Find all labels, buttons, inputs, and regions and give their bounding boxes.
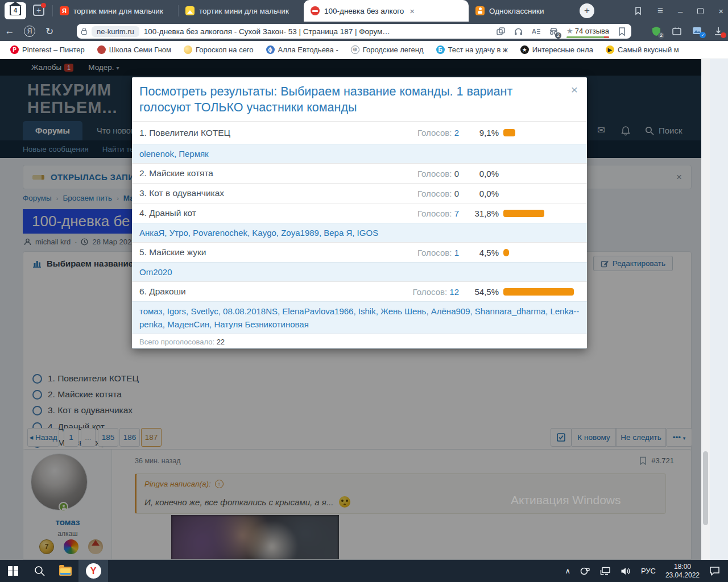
ok-favicon	[475, 6, 485, 15]
system-tray: ∧ РУС 18:0023.04.2022	[565, 560, 728, 582]
new-tab-notification-icon[interactable]: +	[33, 5, 44, 16]
address-page-title: 100-дневка без алкоголя - Сухой Закон- 5…	[144, 27, 390, 36]
modal-close-icon[interactable]: ×	[571, 84, 578, 95]
sync-check-badge: ✓	[700, 32, 706, 38]
voters-row[interactable]: Om2020	[132, 262, 587, 281]
image-favicon	[185, 6, 195, 15]
result-row: 6. Дракоши Голосов: 12 54,5%	[132, 281, 587, 301]
poll-results-modal: Посмотреть результаты: Выбираем название…	[132, 77, 587, 349]
bookmark-vkusny[interactable]: ▶Самый вкусный м	[601, 45, 684, 54]
taskbar-search-button[interactable]	[26, 560, 52, 582]
result-bar	[503, 210, 544, 217]
blue-badge-icon: ϕ	[266, 45, 275, 54]
headphones-icon[interactable]	[514, 27, 523, 36]
svg-text:A: A	[532, 28, 536, 35]
star-icon: ★	[566, 27, 573, 35]
no-entry-favicon	[311, 6, 320, 15]
minimize-icon[interactable]: –	[678, 6, 682, 16]
omnibox[interactable]: ne-kurim.ru 100-дневка без алкоголя - Су…	[77, 24, 631, 39]
yandex-browser-icon: Y	[86, 563, 101, 579]
download-alert-badge	[721, 32, 726, 38]
test-icon: Б	[436, 45, 445, 54]
taskbar-clock[interactable]: 18:0023.04.2022	[665, 563, 700, 580]
page-scrollbar[interactable]	[701, 59, 710, 560]
volume-icon[interactable]	[621, 567, 631, 576]
votes-count-link[interactable]: 1	[454, 248, 459, 257]
restore-icon[interactable]	[697, 8, 704, 14]
result-bar	[503, 249, 509, 256]
extension-icon[interactable]	[672, 26, 682, 36]
star-badge-icon: ★	[520, 45, 529, 54]
tray-expand-icon[interactable]: ∧	[565, 567, 570, 575]
result-row: 5. Майские жуки Голосов: 1 4,5%	[132, 242, 587, 262]
votes-count-link[interactable]: 7	[454, 209, 459, 218]
downloads-icon[interactable]	[713, 26, 723, 36]
reviews-rating-bar	[566, 36, 609, 38]
bookmark-legendy[interactable]: ⊕Городские легенд	[346, 45, 428, 54]
protect-vpn-icon[interactable]: 2	[651, 26, 661, 36]
network-icon[interactable]	[600, 567, 611, 576]
panel-bookmarks-icon[interactable]	[634, 6, 643, 15]
tabs-panel-button[interactable]: 4	[5, 2, 26, 19]
translate-icon[interactable]: A	[531, 27, 541, 36]
play-icon: ▶	[606, 45, 614, 54]
result-row: 1. Повелители КОТЕЦ Голосов: 2 9,1%	[132, 121, 587, 144]
moon-icon	[184, 45, 192, 54]
tab-close-icon[interactable]: ×	[408, 6, 416, 16]
action-center-icon[interactable]	[709, 566, 720, 576]
tab-tortik-1[interactable]: Я тортик мини для мальчик	[53, 0, 178, 22]
new-tab-button[interactable]: +	[580, 3, 594, 18]
screen: 4 + Я тортик мини для мальчик тортик мин…	[0, 0, 728, 582]
voters-row[interactable]: olenenok, Пермяк	[132, 144, 587, 163]
extensions-area: 2 ✓	[651, 22, 723, 41]
result-row: 3. Кот в одуванчиках Голосов: 0 0,0%	[132, 183, 587, 203]
result-bar	[503, 288, 574, 296]
share-icon[interactable]	[496, 27, 506, 36]
windows-logo-icon	[8, 566, 18, 576]
browser-tab-bar: 4 + Я тортик мини для мальчик тортик мин…	[0, 0, 728, 22]
touch-keyboard-icon[interactable]	[580, 567, 590, 576]
tab-active-ne-kurim[interactable]: 100-дневка без алкого ×	[304, 0, 469, 22]
site-reviews[interactable]: ★ 74 отзыва	[566, 27, 609, 36]
bookmark-page-icon[interactable]	[617, 27, 627, 36]
result-row: 4. Драный кот Голосов: 7 31,8%	[132, 203, 587, 223]
browser-menu-icon[interactable]: ≡	[657, 5, 663, 16]
votes-count-link[interactable]: 2	[454, 128, 459, 138]
reload-icon[interactable]: ↻	[40, 26, 59, 38]
page-viewport: Жалобы1 Модер.▾ НЕКУРИМНЕПЬЕМ... Форумы …	[0, 59, 728, 560]
bookmarks-bar: PPinterest – Пинтер Школа Семи Гном Горо…	[0, 41, 728, 59]
gnome-school-icon	[97, 45, 106, 54]
yandex-favicon: Я	[60, 6, 69, 15]
back-icon[interactable]: ←	[0, 26, 19, 37]
bookmark-goroskop[interactable]: Гороскоп на сего	[179, 45, 258, 54]
bookmark-interesnye[interactable]: ★Интересные онла	[516, 45, 598, 54]
search-icon	[34, 566, 45, 576]
file-explorer-button[interactable]	[52, 560, 78, 582]
yandex-browser-taskbar-button[interactable]: Y	[78, 560, 108, 582]
voters-row[interactable]: АнкаЯ, Утро, Povarenochek, Kaygo, Zoya19…	[132, 223, 587, 242]
start-button[interactable]	[0, 560, 26, 582]
incognito-icon[interactable]: 2	[549, 27, 559, 36]
image-sync-icon[interactable]: ✓	[692, 27, 703, 36]
language-indicator[interactable]: РУС	[641, 567, 656, 575]
votes-count-link[interactable]: 12	[449, 287, 459, 297]
bookmark-shkola[interactable]: Школа Семи Гном	[93, 45, 176, 54]
pinterest-icon: P	[10, 45, 19, 54]
omnibox-actions: A 2 ★ 74 отзыва	[496, 27, 627, 36]
scrollbar-thumb[interactable]	[703, 451, 708, 525]
window-close-icon[interactable]: ×	[718, 6, 723, 16]
bookmark-pinterest[interactable]: PPinterest – Пинтер	[6, 45, 89, 54]
yandex-search-icon[interactable]: Я	[24, 26, 35, 37]
protect-badge: 2	[658, 32, 664, 39]
bookmark-test[interactable]: БТест на удачу в ж	[432, 45, 512, 54]
voters-row[interactable]: томаз, Igors, Svetlyc, 08.08.2018NS, Ele…	[132, 301, 587, 334]
domain-pill[interactable]: ne-kurim.ru	[92, 26, 139, 37]
result-row: 2. Майские котята Голосов: 0 0,0%	[132, 163, 587, 183]
bookmark-evtodieva[interactable]: ϕАлла Евтодьева -	[262, 45, 343, 54]
windows-activation-watermark: Активация Windows	[511, 493, 621, 507]
tab-odnoklassniki[interactable]: Одноклассники	[469, 0, 574, 22]
modal-total: Всего проголосовало: 22	[132, 334, 587, 350]
tab-tortik-2[interactable]: тортик мини для мальчик	[179, 0, 304, 22]
windows-taskbar: Y ∧ РУС 18:0023.04.2022	[0, 560, 728, 582]
globe-icon: ⊕	[351, 45, 359, 54]
